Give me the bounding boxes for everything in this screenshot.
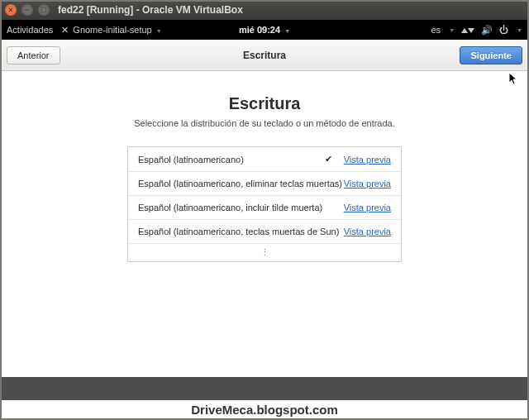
- list-item[interactable]: Español (latinoamericano, eliminar tecla…: [128, 172, 401, 196]
- show-more-button[interactable]: ⋮: [128, 244, 401, 261]
- keyboard-indicator: es: [431, 25, 441, 35]
- wrench-icon: ✕: [61, 25, 69, 36]
- preview-link[interactable]: Vista previa: [344, 179, 391, 189]
- minimize-window-button[interactable]: −: [21, 4, 33, 16]
- volume-icon: 🔊: [481, 25, 493, 36]
- app-menu[interactable]: ✕ Gnome-initial-setup ▼: [61, 25, 161, 36]
- keyboard-layout-list: Español (latinoamericano) ✔ Vista previa…: [127, 146, 402, 262]
- vm-title: fed22 [Running] - Oracle VM VirtualBox: [58, 4, 243, 16]
- more-icon: ⋮: [260, 247, 269, 258]
- chevron-down-icon: ▼: [449, 27, 455, 33]
- watermark: DriveMeca.blogspot.com: [0, 400, 529, 420]
- clock-label: mié 09:24: [239, 25, 280, 35]
- page-subtitle: Seleccione la distribución de su teclado…: [0, 118, 529, 128]
- preview-link[interactable]: Vista previa: [344, 227, 391, 236]
- status-area[interactable]: es ▼ 🔊 ⏻ ▼: [431, 25, 523, 36]
- page-content: Escritura Seleccione la distribución de …: [0, 71, 529, 262]
- chevron-down-icon: ▼: [517, 27, 522, 33]
- vm-titlebar: × − □ fed22 [Running] - Oracle VM Virtua…: [0, 0, 529, 20]
- vm-statusbar: [0, 377, 529, 400]
- network-icon: [461, 25, 474, 35]
- list-item[interactable]: Español (latinoamericano) ✔ Vista previa: [128, 147, 401, 172]
- check-icon: ✔: [325, 154, 332, 165]
- next-button[interactable]: Siguiente: [460, 46, 522, 64]
- app-menu-label: Gnome-initial-setup: [73, 25, 151, 35]
- headerbar: Anterior Escritura Siguiente: [0, 40, 529, 71]
- power-icon: ⏻: [499, 25, 508, 35]
- page-title: Escritura: [0, 94, 529, 113]
- chevron-down-icon: ▼: [284, 28, 290, 34]
- back-button[interactable]: Anterior: [7, 46, 60, 64]
- layout-label: Español (latinoamericano, eliminar tecla…: [138, 179, 342, 189]
- preview-link[interactable]: Vista previa: [344, 155, 391, 165]
- window-controls: × − □: [5, 4, 50, 16]
- close-window-button[interactable]: ×: [5, 4, 17, 16]
- list-item[interactable]: Español (latinoamericano, teclas muertas…: [128, 220, 401, 244]
- chevron-down-icon: ▼: [156, 28, 162, 34]
- layout-label: Español (latinoamericano, incluir tilde …: [138, 203, 322, 212]
- headerbar-title: Escritura: [243, 50, 286, 61]
- layout-label: Español (latinoamericano, teclas muertas…: [138, 227, 339, 236]
- clock[interactable]: mié 09:24 ▼: [239, 25, 290, 35]
- gnome-topbar: Actividades ✕ Gnome-initial-setup ▼ mié …: [0, 20, 529, 40]
- activities-button[interactable]: Actividades: [7, 25, 53, 35]
- list-item[interactable]: Español (latinoamericano, incluir tilde …: [128, 196, 401, 220]
- preview-link[interactable]: Vista previa: [344, 203, 391, 212]
- layout-label: Español (latinoamericano): [138, 155, 244, 165]
- maximize-window-button[interactable]: □: [38, 4, 50, 16]
